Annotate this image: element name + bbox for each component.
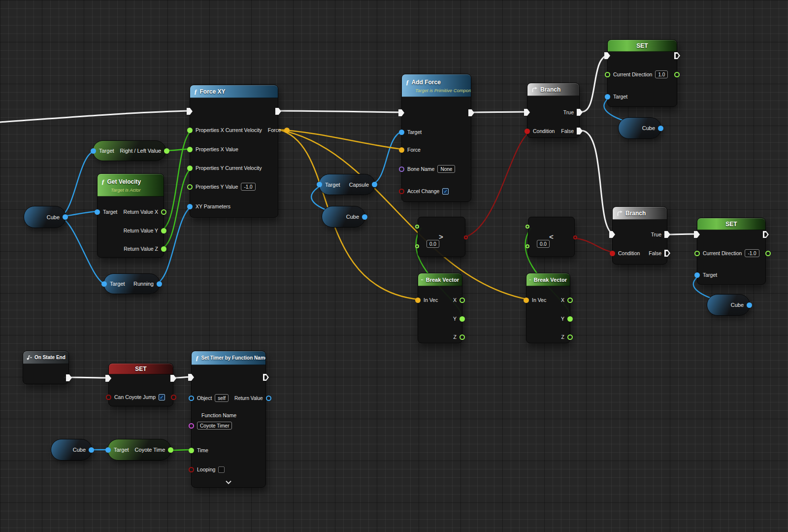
exec-false-pin[interactable] <box>664 250 670 257</box>
wire-exec-addforce-to-branch1[interactable] <box>473 112 529 112</box>
exec-in-pin[interactable] <box>524 109 530 116</box>
bool-pin[interactable] <box>106 395 111 400</box>
float-out-pin[interactable] <box>161 228 166 233</box>
float-out-pin[interactable] <box>460 298 465 303</box>
node-break-vector-2[interactable]: Break Vector In Vec X Y Z <box>526 273 570 343</box>
object-pin[interactable] <box>95 209 100 215</box>
float-out-pin[interactable] <box>460 316 465 322</box>
float-out-pin[interactable] <box>674 72 680 77</box>
pill-coyote-time[interactable]: Target Coyote Time <box>107 439 171 461</box>
value-input[interactable]: 0.0 <box>537 240 550 248</box>
object-out-pin[interactable] <box>747 302 752 308</box>
condition-pin[interactable] <box>525 129 530 134</box>
value-input[interactable]: -1.0 <box>241 183 255 191</box>
name-pin[interactable] <box>189 423 194 429</box>
float-pin-b[interactable] <box>525 244 529 248</box>
exec-true-pin[interactable] <box>577 109 583 116</box>
bool-out-pin[interactable] <box>171 395 176 400</box>
float-out-pin[interactable] <box>168 447 173 453</box>
object-out-pin[interactable] <box>372 182 377 187</box>
pill-right-left-value[interactable]: Target Right / Left Value <box>93 140 166 161</box>
node-get-velocity[interactable]: ƒ Get Velocity Target is Actor Target Re… <box>97 173 164 258</box>
object-pin[interactable] <box>605 94 610 100</box>
exec-in-pin[interactable] <box>609 231 615 238</box>
object-out-pin[interactable] <box>157 281 162 287</box>
float-pin[interactable] <box>187 147 193 152</box>
condition-pin[interactable] <box>610 251 615 256</box>
pill-cube-left[interactable]: Cube <box>24 206 66 228</box>
exec-out-pin[interactable] <box>263 374 269 381</box>
object-out-pin[interactable] <box>63 214 68 220</box>
blueprint-graph-canvas[interactable]: ƒ Force XY Properties X Current Velocity… <box>0 0 788 532</box>
wire-cube-to-rightleft-target[interactable] <box>60 151 95 217</box>
object-pin[interactable] <box>101 281 107 287</box>
float-pin-b[interactable] <box>415 244 419 248</box>
object-pin[interactable] <box>694 272 700 278</box>
node-force-xy[interactable]: ƒ Force XY Properties X Current Velocity… <box>190 85 278 218</box>
pill-cube-mid[interactable]: Cube <box>322 206 365 228</box>
float-out-pin[interactable] <box>765 251 771 256</box>
pill-cube-top-right[interactable]: Cube <box>618 117 661 139</box>
float-pin-a[interactable] <box>525 225 529 229</box>
accel-change-checkbox[interactable]: ✓ <box>442 188 449 195</box>
object-out-pin[interactable] <box>266 396 271 401</box>
pill-running[interactable]: Target Running <box>103 273 160 294</box>
object-out-pin[interactable] <box>89 447 94 453</box>
name-pin[interactable] <box>399 166 404 172</box>
node-add-force[interactable]: ƒ Add Force Target is Primitive Componen… <box>401 74 471 202</box>
object-pin[interactable] <box>91 148 96 154</box>
exec-in-pin[interactable] <box>398 109 404 116</box>
object-out-pin[interactable] <box>362 214 367 220</box>
bool-pin[interactable] <box>399 189 404 194</box>
pill-capsule[interactable]: Target Capsule <box>319 174 375 195</box>
value-input[interactable]: -1.0 <box>745 249 759 257</box>
float-pin-a[interactable] <box>415 225 419 229</box>
float-out-pin[interactable] <box>164 148 169 154</box>
float-pin[interactable] <box>605 72 610 77</box>
float-out-pin[interactable] <box>567 298 573 303</box>
value-input[interactable]: None <box>437 165 455 173</box>
object-pin[interactable] <box>105 447 111 453</box>
vector-pin[interactable] <box>415 298 421 303</box>
object-pin[interactable] <box>399 130 404 135</box>
float-pin[interactable] <box>187 128 193 133</box>
exec-in-pin[interactable] <box>105 375 111 382</box>
float-out-pin[interactable] <box>161 209 166 215</box>
float-pin[interactable] <box>189 448 194 453</box>
vector-pin[interactable] <box>524 298 529 303</box>
value-input[interactable]: 1.0 <box>655 70 668 78</box>
expand-row[interactable] <box>192 480 265 484</box>
exec-out-pin[interactable] <box>170 375 176 382</box>
exec-in-pin[interactable] <box>694 231 700 238</box>
float-pin[interactable] <box>694 251 700 256</box>
vector-pin[interactable] <box>284 128 290 133</box>
node-branch-2[interactable]: Branch True Condition False <box>612 206 667 265</box>
exec-out-pin[interactable] <box>275 108 281 115</box>
exec-true-pin[interactable] <box>664 231 670 238</box>
bool-out-pin[interactable] <box>464 235 468 239</box>
exec-in-pin[interactable] <box>188 374 194 381</box>
node-set-current-direction-pos[interactable]: SET Current Direction 1.0 Target <box>607 39 677 107</box>
object-pin[interactable] <box>189 396 194 401</box>
node-set-can-coyote-jump[interactable]: SET Can Coyote Jump ✓ <box>108 363 173 406</box>
float-pin[interactable] <box>187 184 193 190</box>
bool-pin[interactable] <box>189 467 194 472</box>
node-compare-greater[interactable]: 0.0 > <box>418 217 465 257</box>
float-out-pin[interactable] <box>567 316 573 322</box>
value-input[interactable]: self <box>215 394 229 402</box>
float-out-pin[interactable] <box>161 246 166 252</box>
wire-returny-to-xcurrentvelocity[interactable] <box>161 130 193 230</box>
bool-out-pin[interactable] <box>573 235 577 239</box>
object-pin[interactable] <box>317 182 322 187</box>
node-set-current-direction-neg[interactable]: SET Current Direction -1.0 Target <box>697 218 766 285</box>
float-out-pin[interactable] <box>567 334 573 340</box>
object-out-pin[interactable] <box>658 126 663 131</box>
exec-out-pin[interactable] <box>763 231 769 238</box>
exec-false-pin[interactable] <box>577 128 583 134</box>
value-input[interactable]: Coyote Timer <box>197 422 232 430</box>
node-set-timer-by-function-name[interactable]: ƒ Set Timer by Function Name Object self… <box>191 351 266 488</box>
wire-exec-branch1-false-to-branch2[interactable] <box>582 131 614 234</box>
exec-in-pin[interactable] <box>187 108 193 115</box>
wire-greater-to-branch1-condition[interactable] <box>462 131 531 238</box>
vector-pin[interactable] <box>399 147 404 153</box>
